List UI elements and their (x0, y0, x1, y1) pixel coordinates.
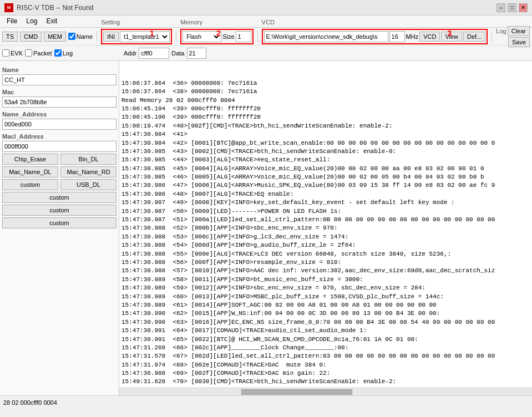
vcd-button[interactable]: VCD (419, 32, 440, 42)
log-section: Log Clear Save (496, 26, 530, 47)
toolbar-row2: EVK Packet Log Addr Data (0, 45, 532, 61)
log-checkbox-label[interactable]: Log (54, 49, 73, 57)
custom-button-4[interactable]: custom (2, 217, 116, 228)
menu-file[interactable]: File (2, 17, 22, 26)
log-line: 15:06:37.864 <36> 00008008: 7ec7161a (121, 79, 530, 88)
mac-name-dl-button[interactable]: Mac_Name_DL (2, 166, 58, 177)
log-line: 15:47:30.989 <59> [0012][APP]<INFO>sbc_e… (121, 284, 530, 292)
status-text: 28 02 000cfff0 0004 (3, 399, 57, 406)
macl-address-field[interactable] (2, 141, 116, 152)
evk-checkbox[interactable] (2, 49, 9, 57)
log-line: 15:47:30.984 <42> [0001][BTC]@app_bt_wri… (121, 139, 530, 148)
vcd-label: VCD (262, 19, 275, 26)
checkboxes-row: EVK Packet Log (2, 49, 121, 57)
addr-label: Addr (124, 50, 136, 57)
mac-field-label: Mac (2, 89, 116, 95)
memory-box: Flash Size (180, 29, 253, 44)
bin-dl-button[interactable]: Bin_DL (60, 154, 116, 165)
title-bar-text: RISC-V TDB -- Not Found (17, 4, 496, 12)
log-line: 15:47:31.974 <68> [002e][COMAUD]<TRACE>D… (121, 361, 530, 369)
log-panel: 15:06:37.864 <36> 00008008: 7ec7161a15:0… (119, 61, 532, 395)
packet-checkbox[interactable] (25, 49, 32, 57)
menu-log[interactable]: Log (22, 17, 42, 26)
mac-field[interactable] (2, 96, 116, 108)
mac-name-rd-button[interactable]: Mac_Name_RD (60, 166, 116, 177)
name-checkbox[interactable] (68, 33, 75, 40)
memory-label: Memory (180, 19, 202, 26)
size-label: Size (222, 33, 234, 40)
log-line: 15:49:31.628 <70> [0030][CMD]<TRACE>bth_… (121, 378, 530, 386)
mhz-label: MHz (406, 33, 419, 40)
log-line: 15:06:37.864 <38> 00008008: 7ec7161a (121, 88, 530, 96)
menu-exit[interactable]: Exit (42, 17, 62, 26)
log-line: 15:47:30.989 <61> [0014][APP]SOFT_AGC:00… (121, 301, 530, 309)
packet-label: Packet (33, 50, 52, 57)
log-checkbox[interactable] (54, 49, 62, 57)
packet-checkbox-label[interactable]: Packet (25, 49, 52, 57)
log-line: 15:47:30.989 <58> [0011][APP]<INFO>bt_mu… (121, 276, 530, 284)
save-button[interactable]: Save (508, 37, 530, 47)
name-label: Name (77, 33, 93, 40)
log-line: 15:47:30.988 <52> [000b][APP]<INFO>sbc_e… (121, 224, 530, 232)
name-checkbox-label[interactable]: Name (68, 33, 93, 40)
tab-cmd[interactable]: CMD (20, 32, 42, 42)
name-address-field[interactable] (2, 119, 116, 130)
data-input[interactable] (187, 48, 206, 59)
app-icon: M (4, 3, 13, 12)
log-line: 15:47:30.985 <45> [0004][ALG]<ARRAY>Voic… (121, 165, 530, 173)
log-line: 15:47:30.986 <47> [0006][ALG]<ARRAY>Musi… (121, 181, 530, 190)
setting-box: INI t1_template1 (101, 29, 172, 44)
vcd-path-input[interactable] (264, 31, 388, 42)
view-button[interactable]: View (441, 32, 462, 42)
chip-erase-button[interactable]: Chip_Erase (2, 154, 58, 165)
setting-label: Setting (101, 19, 120, 26)
evk-label: EVK (11, 50, 23, 57)
toolbar-row1: TS CMD MEM Name Setting INI t1_template1… (0, 28, 532, 45)
left-panel: Name Mac Name_Address Macl_Address Chip_… (0, 61, 119, 395)
custom-button-2[interactable]: custom (2, 192, 116, 203)
log-line: 15:47:30.988 <56> [000f][APP]<INFO>resam… (121, 258, 530, 267)
log-area[interactable]: 15:06:37.864 <36> 00008008: 7ec7161a15:0… (119, 61, 532, 388)
evk-checkbox-label[interactable]: EVK (2, 49, 23, 57)
log-line: 15:47:30.988 <53> [000c][APP]<INFO>g_lc3… (121, 233, 530, 241)
minimize-button[interactable]: – (496, 3, 505, 12)
log-line: Read Memory 28 02 000cfff0 0004 (121, 96, 530, 105)
log-line: 15:47:30.985 <44> [0003][ALG]<TRACE>#eq_… (121, 156, 530, 164)
log-line: 15:47:30.986 <48> [0007][ALG]<TRACE>EQ e… (121, 190, 530, 199)
log-line: 15:47:30.984 <41> (121, 130, 530, 139)
tab-ts[interactable]: TS (2, 32, 18, 42)
scrollbar-thumb[interactable] (241, 389, 352, 395)
log-line: 15:47:30.988 <54> [000d][APP]<INFO>g_aud… (121, 241, 530, 250)
ini-button[interactable]: INI (103, 32, 119, 42)
name-address-label: Name_Address (2, 111, 116, 118)
log-line: 15:47:36.988 <69> [002f][COMAUD]<TRACE>D… (121, 369, 530, 378)
name-field[interactable] (2, 74, 116, 85)
horizontal-scrollbar[interactable] (119, 388, 532, 395)
setting-dropdown[interactable]: t1_template1 (120, 31, 170, 42)
vcd-num-input[interactable] (389, 31, 405, 42)
log-line: 15:47:30.989 <60> [0013][APP]<INFO>MSBC_… (121, 293, 530, 301)
maximize-button[interactable]: □ (508, 3, 516, 12)
status-bar: 28 02 000cfff0 0004 (0, 395, 532, 409)
custom-button-3[interactable]: custom (2, 205, 116, 216)
close-button[interactable]: ✕ (519, 3, 528, 12)
log-label: Log (496, 28, 506, 34)
addr-input[interactable] (139, 48, 169, 59)
log-line: 15:47:30.990 <62> [0015][APP]W_NS:inf:00… (121, 309, 530, 318)
log-line: 15:47:30.988 <55> [000e][ALG]<TRACE>LC3 … (121, 250, 530, 258)
title-bar: M RISC-V TDB -- Not Found – □ ✕ (0, 0, 532, 16)
log-line: 15:47:30.991 <64> [0017][COMAUD]<TRACE>a… (121, 327, 530, 335)
log-line: 15:47:30.990 <63> [0016][APP]EC_ENC_NS s… (121, 318, 530, 327)
log-check-label: Log (63, 50, 73, 57)
custom-button-1[interactable]: custom (2, 179, 58, 190)
size-input[interactable] (236, 31, 251, 42)
memory-dropdown[interactable]: Flash (183, 31, 221, 42)
log-line: 15:47:31.570 <67> [002d][LED]led_set_all… (121, 352, 530, 360)
def-button[interactable]: Def... (463, 32, 485, 42)
clear-button[interactable]: Clear (508, 26, 530, 36)
log-line: 15:47:30.987 <49> [0008][KEY]<INFO>key_s… (121, 199, 530, 207)
main-area: Name Mac Name_Address Macl_Address Chip_… (0, 61, 532, 395)
tab-mem[interactable]: MEM (44, 32, 66, 42)
log-line: 15:47:31.269 <66> [002c][APP]________Clo… (121, 344, 530, 352)
usb-dl-button[interactable]: USB_DL (60, 179, 116, 190)
